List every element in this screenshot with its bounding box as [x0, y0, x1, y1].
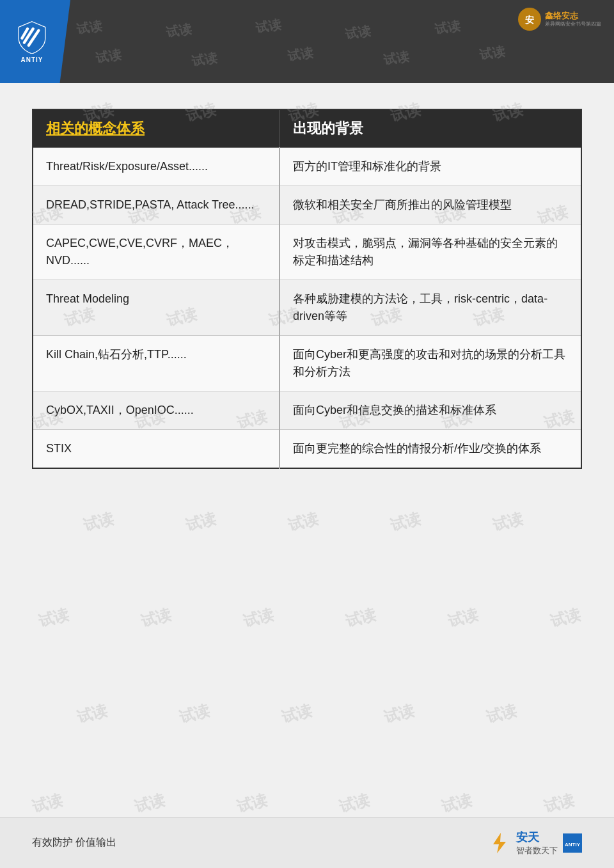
- table-cell-background: 面向Cyber和更高强度的攻击和对抗的场景的分析工具和分析方法: [279, 336, 581, 391]
- body-watermark-28: 试读: [139, 604, 174, 631]
- table-cell-background: 面向更完整的综合性的情报分析/作业/交换的体系: [279, 430, 581, 469]
- header-watermark-6: 试读: [95, 46, 123, 68]
- body-watermark-37: 试读: [484, 700, 519, 727]
- table-cell-concept: DREAD,STRIDE,PASTA, Attack Tree......: [33, 186, 279, 225]
- body-watermark-26: 试读: [491, 508, 526, 535]
- header: 试读 试读 试读 试读 试读 试读 试读 试读 试读 试读 ANTIY 安: [0, 0, 614, 83]
- body-watermark-42: 试读: [439, 789, 475, 817]
- table-cell-concept: Kill Chain,钻石分析,TTP......: [33, 336, 279, 391]
- header-watermark-5: 试读: [434, 17, 462, 39]
- table-row: Threat Modeling各种威胁建模的方法论，工具，risk-centri…: [33, 280, 581, 336]
- body-watermark-29: 试读: [241, 604, 276, 631]
- body-watermark-43: 试读: [542, 789, 577, 817]
- table-header-background: 出现的背景: [279, 109, 581, 148]
- corner-logo-icon: 安: [517, 6, 542, 32]
- body-watermark-33: 试读: [75, 700, 110, 727]
- logo-shield-icon: [15, 20, 49, 54]
- table-cell-background: 微软和相关安全厂商所推出的风险管理模型: [279, 186, 581, 225]
- corner-logo: 安 鑫络安志 差异网络安全书号第四篇: [517, 6, 601, 32]
- table-cell-concept: CybOX,TAXII，OpenIOC......: [33, 391, 279, 430]
- table-cell-background: 对攻击模式，脆弱点，漏洞等各种基础的安全元素的标定和描述结构: [279, 225, 581, 280]
- table-row: STIX面向更完整的综合性的情报分析/作业/交换的体系: [33, 430, 581, 469]
- body-watermark-38: 试读: [30, 789, 65, 817]
- body-watermark-24: 试读: [286, 508, 321, 535]
- body-watermark-22: 试读: [81, 508, 116, 535]
- body-watermark-23: 试读: [184, 508, 219, 535]
- table-cell-concept: Threat Modeling: [33, 280, 279, 336]
- header-watermark-7: 试读: [191, 49, 219, 71]
- footer: 有效防护 价值输出 安天 智者数天下 ANTIY: [0, 817, 614, 868]
- corner-logo-text: 鑫络安志: [545, 11, 601, 21]
- svg-marker-5: [493, 833, 506, 853]
- body-watermark-31: 试读: [446, 604, 481, 631]
- table-cell-background: 各种威胁建模的方法论，工具，risk-centric，data-driven等等: [279, 280, 581, 336]
- footer-tagline: 有效防护 价值输出: [32, 836, 116, 849]
- body-watermark-35: 试读: [279, 700, 315, 727]
- svg-text:ANTIY: ANTIY: [565, 842, 581, 848]
- table-header-concept: 相关的概念体系: [33, 109, 279, 148]
- table-cell-concept: STIX: [33, 430, 279, 469]
- corner-logo-subtext: 差异网络安全书号第四篇: [545, 21, 601, 28]
- logo-area: ANTIY: [0, 0, 70, 83]
- content-table: 相关的概念体系 出现的背景 Threat/Risk/Exposure/Asset…: [32, 109, 582, 469]
- body-watermark-34: 试读: [177, 700, 212, 727]
- body-watermark-39: 试读: [132, 789, 168, 817]
- footer-lightning-icon: [488, 832, 511, 855]
- table-cell-background: 面向Cyber和信息交换的描述和标准体系: [279, 391, 581, 430]
- header-watermark-10: 试读: [478, 43, 507, 65]
- body-watermark-36: 试读: [382, 700, 417, 727]
- footer-logo-text: 安天 智者数天下: [516, 830, 558, 856]
- table-cell-concept: Threat/Risk/Exposure/Asset......: [33, 148, 279, 186]
- table-row: CybOX,TAXII，OpenIOC......面向Cyber和信息交换的描述…: [33, 391, 581, 430]
- table-row: Threat/Risk/Exposure/Asset......西方的IT管理和…: [33, 148, 581, 186]
- body-watermark-25: 试读: [388, 508, 423, 535]
- table-row: DREAD,STRIDE,PASTA, Attack Tree......微软和…: [33, 186, 581, 225]
- header-watermark-4: 试读: [344, 22, 372, 44]
- body-watermark-40: 试读: [235, 789, 270, 817]
- header-watermark-1: 试读: [75, 17, 104, 39]
- header-watermark-3: 试读: [255, 16, 283, 38]
- main-content: 相关的概念体系 出现的背景 Threat/Risk/Exposure/Asset…: [0, 83, 614, 488]
- table-cell-background: 西方的IT管理和标准化的背景: [279, 148, 581, 186]
- body-watermark-32: 试读: [548, 604, 583, 631]
- table-row: CAPEC,CWE,CVE,CVRF，MAEC，NVD......对攻击模式，脆…: [33, 225, 581, 280]
- table-row: Kill Chain,钻石分析,TTP......面向Cyber和更高强度的攻击…: [33, 336, 581, 391]
- footer-antiy-icon: ANTIY: [563, 833, 582, 853]
- body-watermark-30: 试读: [343, 604, 379, 631]
- footer-logo-area: 安天 智者数天下 ANTIY: [488, 830, 582, 856]
- body-watermark-27: 试读: [36, 604, 72, 631]
- header-watermark-2: 试读: [165, 20, 193, 42]
- svg-text:安: 安: [524, 15, 534, 25]
- top-right-logo: 安 鑫络安志 差异网络安全书号第四篇: [517, 6, 601, 32]
- table-cell-concept: CAPEC,CWE,CVE,CVRF，MAEC，NVD......: [33, 225, 279, 280]
- logo-text: ANTIY: [21, 56, 43, 63]
- header-watermark-8: 试读: [287, 44, 315, 66]
- header-watermark-9: 试读: [382, 48, 411, 70]
- body-watermark-41: 试读: [337, 789, 372, 817]
